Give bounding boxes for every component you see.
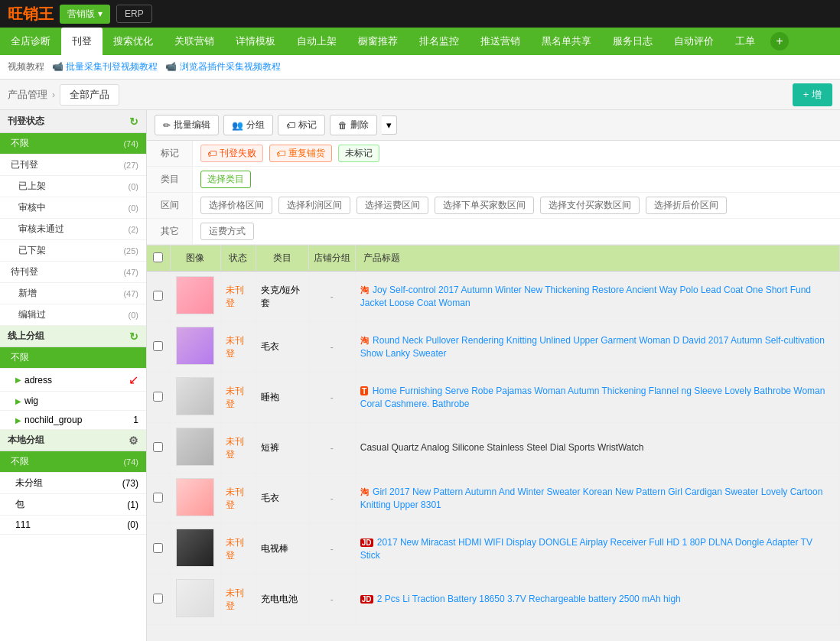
kaidan-fail-tag[interactable]: 🏷 刊登失败	[200, 145, 263, 162]
nav-item-sousuoyouhua[interactable]: 搜索优化	[103, 28, 164, 55]
refresh-icon[interactable]: ↻	[129, 116, 138, 128]
nav-item-paiming[interactable]: 排名监控	[409, 28, 470, 55]
nav-item-xiangqing[interactable]: 详情模板	[225, 28, 286, 55]
sidebar-item-online-unlimited[interactable]: 不限	[0, 347, 146, 369]
yingxiao-button[interactable]: 营销版 ▾	[60, 5, 110, 24]
breadcrumb-separator: ›	[52, 89, 55, 100]
row5-status: 未刊登	[220, 473, 256, 524]
sidebar-group-adress[interactable]: ▶ adress ↙	[0, 369, 146, 392]
row3-checkbox-cell	[147, 373, 170, 423]
video-label: 视频教程	[8, 60, 44, 73]
row2-title-cell: 淘 Round Neck Pullover Rendering Knitting…	[355, 322, 839, 373]
category-filter-label: 类目	[147, 167, 193, 192]
nav-item-gongdan[interactable]: 工单	[724, 28, 766, 55]
row5-image-cell	[170, 473, 220, 524]
video-bar: 视频教程 批量采集刊登视频教程 浏览器插件采集视频教程	[0, 55, 840, 80]
nav-item-heimingdan[interactable]: 黑名单共享	[531, 28, 602, 55]
row1-checkbox-cell	[147, 272, 170, 322]
row3-checkbox[interactable]	[153, 392, 163, 402]
no-mark-tag[interactable]: 未标记	[338, 145, 379, 162]
nav-item-zidonpingjia[interactable]: 自动评价	[663, 28, 724, 55]
sidebar-item-bianjiguo[interactable]: 编辑过 (0)	[0, 304, 146, 326]
tag-button[interactable]: 🏷 标记	[278, 115, 325, 135]
row3-title-link[interactable]: Home Furnishing Serve Robe Pajamas Woman…	[360, 386, 825, 409]
sidebar-item-local-unlimited[interactable]: 不限 (74)	[0, 451, 146, 473]
row2-title-link[interactable]: Round Neck Pullover Rendering Knitting U…	[360, 335, 825, 359]
category-select[interactable]: 选择类目	[200, 171, 251, 188]
online-group-label: 线上分组	[8, 330, 44, 343]
row7-title-link[interactable]: 2 Pcs Li Traction Battery 18650 3.7V Rec…	[377, 594, 681, 604]
row1-title-cell: 淘 Joy Self-control 2017 Autumn Winter Ne…	[355, 272, 839, 322]
shenhe-notpass-label: 审核未通过	[18, 223, 64, 236]
local-gear-icon[interactable]: ⚙	[129, 434, 138, 447]
sidebar-local-bao[interactable]: 包 (1)	[0, 494, 146, 516]
sidebar-item-yikaidan[interactable]: 已刊登 (27)	[0, 155, 146, 176]
unlimited-label: 不限	[11, 137, 29, 150]
sidebar-local-111[interactable]: 111 (0)	[0, 516, 146, 535]
row1-product-title: 淘 Joy Self-control 2017 Autumn Winter Ne…	[360, 284, 835, 310]
breadcrumb-parent[interactable]: 产品管理	[8, 88, 47, 102]
row6-checkbox[interactable]	[153, 543, 163, 553]
video-link-batch[interactable]: 批量采集刊登视频教程	[52, 60, 158, 73]
sidebar-item-unlimited[interactable]: 不限 (74)	[0, 133, 146, 155]
range-content: 选择价格区间 选择利润区间 选择运费区间 选择下单买家数区间 选择支付买家数区间…	[193, 193, 840, 218]
add-product-button[interactable]: + 增	[793, 83, 832, 106]
111-count: (0)	[127, 519, 138, 530]
row1-title-link[interactable]: Joy Self-control 2017 Autumn Winter New …	[360, 285, 811, 308]
group-button[interactable]: 👥 分组	[223, 115, 273, 135]
sidebar-item-daikandens[interactable]: 待刊登 (47)	[0, 262, 146, 283]
sidebar-item-xin[interactable]: 新增 (47)	[0, 283, 146, 304]
row5-title-link[interactable]: Girl 2017 New Pattern Autumn And Winter …	[360, 486, 823, 510]
buyer-order-range-select[interactable]: 选择下单买家数区间	[435, 197, 534, 214]
shipping-range-select[interactable]: 选择运费区间	[357, 197, 428, 214]
nav-item-add[interactable]: +	[770, 32, 789, 50]
sidebar-item-shenhezhong[interactable]: 审核中 (0)	[0, 197, 146, 219]
sidebar-group-wig[interactable]: ▶ wig	[0, 392, 146, 411]
row4-checkbox[interactable]	[153, 442, 163, 452]
nav-item-quandian[interactable]: 全店诊断	[0, 28, 61, 55]
profit-range-select[interactable]: 选择利润区间	[278, 197, 350, 214]
buyer-pay-range-select[interactable]: 选择支付买家数区间	[540, 197, 640, 214]
sidebar-local-weifenzu[interactable]: 未分组 (73)	[0, 473, 146, 494]
row5-group: -	[308, 473, 355, 524]
dropdown-arrow-icon: ▾	[98, 8, 103, 19]
shipping-method-select[interactable]: 运费方式	[200, 223, 254, 240]
row5-checkbox-cell	[147, 473, 170, 524]
sidebar-item-yixiajia[interactable]: 已下架 (25)	[0, 240, 146, 262]
local-group-header: 本地分组 ⚙	[0, 430, 146, 451]
nav-item-chuchuang[interactable]: 橱窗推荐	[347, 28, 409, 55]
select-all-checkbox[interactable]	[153, 252, 163, 262]
tao-icon-row5: 淘	[360, 487, 369, 496]
row2-group: -	[308, 322, 355, 373]
nav-item-guanlian[interactable]: 关联营销	[164, 28, 225, 55]
sidebar-item-yishangjia[interactable]: 已上架 (0)	[0, 176, 146, 197]
row7-checkbox[interactable]	[153, 594, 163, 604]
row7-checkbox-cell	[147, 574, 170, 625]
sidebar-item-shenhe-not-pass[interactable]: 审核未通过 (2)	[0, 219, 146, 240]
filter-row-biaoji: 标记 🏷 刊登失败 🏷 重复铺货 未标记	[147, 141, 840, 167]
batch-edit-button[interactable]: ✏ 批量编辑	[155, 115, 219, 135]
more-button[interactable]: ▾	[382, 116, 397, 135]
product-table: 图像 状态 类目 店铺分组 产品标题	[147, 246, 840, 625]
row1-checkbox[interactable]	[153, 291, 163, 301]
erp-button[interactable]: ERP	[116, 5, 152, 23]
row5-checkbox[interactable]	[153, 493, 163, 503]
video-link-plugin[interactable]: 浏览器插件采集视频教程	[165, 60, 280, 73]
row2-checkbox[interactable]	[153, 341, 163, 351]
price-range-select[interactable]: 选择价格区间	[200, 197, 272, 214]
row6-title-link[interactable]: 2017 New Miracast HDMI WIFI Display DONG…	[360, 537, 812, 561]
delete-button[interactable]: 🗑 删除	[330, 115, 377, 135]
range-filter-label: 区间	[147, 193, 193, 218]
nav-item-kaidan[interactable]: 刊登	[61, 28, 103, 55]
row5-title-cell: 淘 Girl 2017 New Pattern Autumn And Winte…	[355, 473, 839, 524]
nav-item-zidong[interactable]: 自动上架	[286, 28, 347, 55]
discount-range-select[interactable]: 选择折后价区间	[646, 197, 727, 214]
row3-image-cell	[170, 373, 220, 423]
local-unlimited-label: 不限	[11, 455, 29, 468]
nav-item-tuisong[interactable]: 推送营销	[470, 28, 531, 55]
breadcrumb-current: 全部产品	[60, 84, 119, 106]
sidebar-group-nochild[interactable]: ▶ nochild_group 1	[0, 411, 146, 430]
online-refresh-icon[interactable]: ↻	[129, 330, 138, 343]
repeat-goods-tag[interactable]: 🏷 重复铺货	[269, 145, 332, 162]
nav-item-fuwu[interactable]: 服务日志	[602, 28, 663, 55]
